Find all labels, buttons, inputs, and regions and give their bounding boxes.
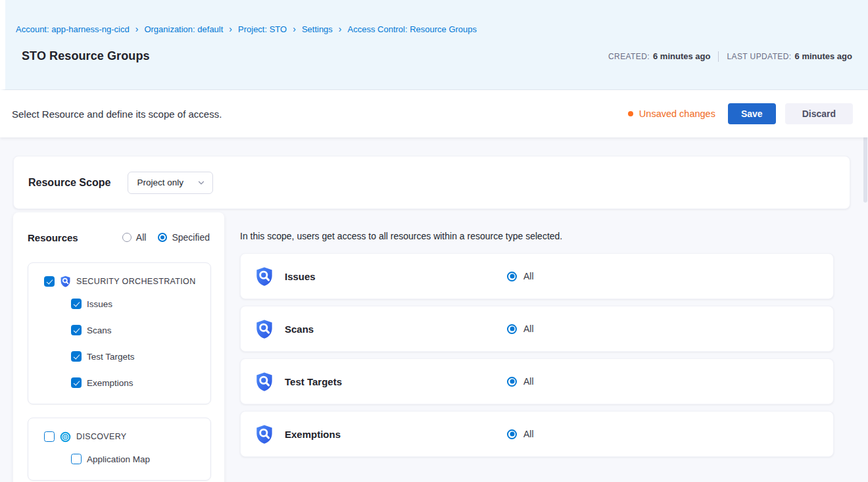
checkbox-issues[interactable] bbox=[71, 299, 82, 309]
chevron-right-icon: › bbox=[229, 24, 232, 34]
created-label: CREATED: bbox=[608, 52, 650, 61]
tree-row-exemptions[interactable]: Exemptions bbox=[71, 370, 204, 396]
shield-search-icon bbox=[255, 372, 274, 392]
resource-card-scans: Scans All bbox=[240, 306, 834, 352]
shield-search-icon bbox=[255, 319, 274, 339]
save-button[interactable]: Save bbox=[728, 103, 776, 124]
checkbox-test-targets[interactable] bbox=[71, 351, 82, 362]
chevron-right-icon: › bbox=[135, 24, 139, 34]
access-all-label: All bbox=[523, 429, 534, 439]
tree-row-test-targets[interactable]: Test Targets bbox=[71, 343, 204, 370]
resource-card-title: Scans bbox=[285, 324, 507, 335]
radio-selected-icon bbox=[507, 272, 517, 281]
resource-access-main: In this scope, users get access to all r… bbox=[240, 212, 850, 464]
resources-panel-title: Resources bbox=[28, 232, 78, 243]
tree-group-label: DISCOVERY bbox=[76, 432, 127, 441]
unsaved-changes-label: Unsaved changes bbox=[639, 108, 715, 119]
resource-card-title: Exemptions bbox=[285, 429, 507, 440]
resource-scope-title: Resource Scope bbox=[28, 177, 110, 189]
breadcrumb-organization-link[interactable]: Organization: default bbox=[144, 24, 223, 34]
resources-panel: Resources All Specified bbox=[13, 212, 224, 482]
tree-row-application-map[interactable]: Application Map bbox=[71, 446, 204, 472]
radio-access-all[interactable]: All bbox=[507, 376, 534, 387]
radio-access-all[interactable]: All bbox=[507, 271, 534, 281]
action-toolbar: Select Resource and define its scope of … bbox=[0, 90, 868, 137]
checkbox-security-orchestration[interactable] bbox=[44, 276, 55, 287]
resource-card-title: Issues bbox=[285, 271, 507, 282]
tree-row-discovery[interactable]: DISCOVERY bbox=[44, 427, 204, 446]
page-title: STO Resource Groups bbox=[22, 49, 150, 63]
checkbox-application-map[interactable] bbox=[71, 454, 82, 464]
radio-selected-icon bbox=[507, 324, 517, 334]
shield-search-icon bbox=[255, 424, 274, 445]
radar-icon bbox=[60, 431, 71, 443]
page-header: Account: app-harness-ng-cicd › Organizat… bbox=[0, 0, 868, 90]
radio-specified-icon bbox=[158, 233, 167, 242]
unsaved-dot-icon bbox=[628, 111, 633, 116]
created-value: 6 minutes ago bbox=[653, 51, 710, 61]
tree-child-label: Scans bbox=[87, 325, 112, 335]
breadcrumb-access-control-link[interactable]: Access Control: Resource Groups bbox=[348, 24, 477, 34]
resource-group-security-orchestration: SECURITY ORCHESTRATION Issues Scans Test… bbox=[28, 262, 211, 404]
breadcrumb-settings-link[interactable]: Settings bbox=[302, 24, 333, 34]
resource-scope-select[interactable]: Project only bbox=[128, 172, 213, 194]
discard-button[interactable]: Discard bbox=[785, 103, 853, 124]
resource-card-exemptions: Exemptions All bbox=[240, 411, 834, 457]
radio-all[interactable]: All bbox=[122, 232, 147, 243]
radio-all-label: All bbox=[136, 232, 147, 243]
radio-selected-icon bbox=[507, 429, 517, 439]
tree-row-issues[interactable]: Issues bbox=[71, 291, 204, 317]
chevron-down-icon bbox=[197, 178, 206, 187]
tree-group-label: SECURITY ORCHESTRATION bbox=[76, 277, 196, 286]
tree-child-label: Issues bbox=[87, 299, 112, 309]
resource-group-discovery: DISCOVERY Application Map bbox=[28, 418, 211, 481]
breadcrumb-account-link[interactable]: Account: app-harness-ng-cicd bbox=[16, 24, 130, 34]
checkbox-scans[interactable] bbox=[71, 325, 82, 335]
resource-scope-selected-value: Project only bbox=[137, 178, 183, 187]
tree-child-label: Exemptions bbox=[87, 378, 133, 388]
unsaved-changes-badge: Unsaved changes bbox=[628, 108, 715, 119]
resource-card-issues: Issues All bbox=[240, 253, 834, 299]
meta-divider bbox=[718, 51, 719, 62]
last-updated-label: LAST UPDATED: bbox=[727, 52, 791, 61]
toolbar-description: Select Resource and define its scope of … bbox=[12, 108, 222, 120]
breadcrumb: Account: app-harness-ng-cicd › Organizat… bbox=[16, 24, 852, 34]
radio-access-all[interactable]: All bbox=[507, 324, 534, 334]
shield-search-icon bbox=[255, 266, 274, 287]
scope-description: In this scope, users get access to all r… bbox=[240, 231, 834, 241]
radio-specified[interactable]: Specified bbox=[158, 232, 210, 243]
checkbox-exemptions[interactable] bbox=[71, 377, 82, 388]
radio-specified-label: Specified bbox=[172, 232, 210, 243]
tree-row-security-orchestration[interactable]: SECURITY ORCHESTRATION bbox=[44, 272, 204, 291]
tree-child-label: Test Targets bbox=[87, 352, 135, 362]
tree-child-label: Application Map bbox=[87, 454, 150, 464]
last-updated-value: 6 minutes ago bbox=[795, 51, 852, 61]
resource-card-test-targets: Test Targets All bbox=[240, 358, 834, 404]
checkbox-discovery[interactable] bbox=[44, 431, 55, 442]
access-all-label: All bbox=[523, 324, 534, 334]
access-all-label: All bbox=[523, 271, 534, 281]
meta-info: CREATED: 6 minutes ago LAST UPDATED: 6 m… bbox=[608, 51, 852, 62]
content-area: Resource Scope Project only Resources Al… bbox=[0, 137, 868, 482]
access-all-label: All bbox=[523, 376, 534, 387]
chevron-right-icon: › bbox=[293, 24, 296, 34]
chevron-right-icon: › bbox=[339, 24, 342, 34]
radio-all-icon bbox=[122, 233, 132, 242]
radio-access-all[interactable]: All bbox=[507, 429, 534, 439]
resource-scope-card: Resource Scope Project only bbox=[13, 156, 850, 209]
tree-row-scans[interactable]: Scans bbox=[71, 317, 204, 343]
shield-search-icon bbox=[60, 276, 71, 287]
breadcrumb-project-link[interactable]: Project: STO bbox=[238, 24, 287, 34]
radio-selected-icon bbox=[507, 377, 517, 387]
resources-mode-radio-group: All Specified bbox=[122, 232, 211, 243]
resource-card-title: Test Targets bbox=[285, 376, 507, 387]
